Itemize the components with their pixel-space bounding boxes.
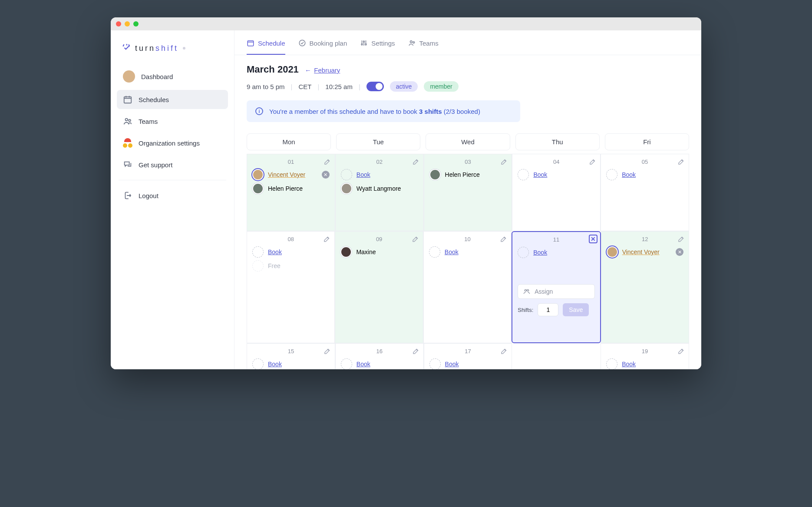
tab-booking-plan[interactable]: Booking plan (298, 39, 347, 55)
person-name[interactable]: Vincent Voyer (622, 249, 660, 255)
book-link[interactable]: Book (533, 171, 547, 178)
person-avatar (607, 246, 618, 258)
window-close-dot[interactable] (116, 21, 121, 27)
edit-icon[interactable] (500, 347, 508, 355)
sidebar-item-support[interactable]: Get support (117, 155, 228, 174)
date-number: 01 (247, 159, 335, 165)
tab-bar: Schedule Booking plan Settings Teams (234, 30, 701, 55)
edit-icon[interactable] (677, 347, 685, 355)
tab-teams[interactable]: Teams (408, 39, 439, 55)
sidebar-item-label: Get support (139, 161, 172, 169)
day-header-fri: Fri (605, 133, 689, 150)
date-number: 17 (424, 348, 512, 355)
calendar-cell[interactable]: 19 Book (601, 343, 689, 369)
svg-point-8 (527, 289, 529, 291)
date-number: 12 (601, 236, 689, 242)
edit-icon[interactable] (500, 158, 508, 166)
calendar-cell[interactable]: 03 Helen Pierce (424, 154, 512, 231)
close-icon[interactable]: ✕ (589, 235, 597, 243)
mac-titlebar (111, 17, 701, 30)
calendar-cell[interactable]: 15 Book Free (247, 343, 335, 369)
edit-icon[interactable] (589, 158, 597, 166)
book-link[interactable]: Book (356, 171, 370, 178)
book-link[interactable]: Book (445, 249, 459, 255)
edit-icon[interactable] (323, 347, 331, 355)
tab-label: Teams (419, 40, 439, 47)
assign-input[interactable]: Assign (518, 284, 594, 299)
calendar-cell[interactable]: 10 Book (423, 231, 512, 343)
sidebar-item-schedules[interactable]: Schedules (117, 90, 228, 109)
sidebar-item-org-settings[interactable]: Organization settings (117, 133, 228, 152)
edit-icon[interactable] (412, 347, 420, 355)
calendar-icon (123, 95, 132, 104)
calendar-cell[interactable]: 04 Book (512, 154, 601, 231)
brand-text: turnshift (135, 44, 178, 53)
book-link[interactable]: Book (622, 171, 636, 178)
book-link[interactable]: Book (445, 361, 459, 368)
edit-icon[interactable] (412, 235, 419, 243)
window-minimize-dot[interactable] (125, 21, 130, 27)
calendar-cell[interactable]: 02 Book Wyatt Langmore (335, 154, 424, 231)
shifts-input[interactable] (538, 303, 558, 316)
book-link[interactable]: Book (533, 249, 547, 256)
svg-point-6 (413, 42, 414, 43)
day-header-mon: Mon (247, 133, 331, 150)
save-button[interactable]: Save (563, 303, 589, 316)
date-number: 11 (512, 236, 600, 243)
remove-icon[interactable]: ✕ (676, 248, 683, 256)
tab-label: Schedule (258, 40, 285, 47)
date-number: 05 (601, 159, 689, 165)
edit-icon[interactable] (677, 158, 685, 166)
banner-text: You're a member of this schedule and hav… (269, 108, 480, 115)
window-zoom-dot[interactable] (133, 21, 139, 27)
status-badge-active: active (390, 81, 418, 92)
shifts-label: Shifts: (518, 307, 533, 313)
svg-point-5 (410, 41, 412, 43)
calendar-cell[interactable]: 12 Vincent Voyer ✕ (601, 231, 689, 343)
schedule-meta: 9 am to 5 pm | CET | 10:25 am | active m… (247, 81, 689, 92)
edit-icon[interactable] (323, 235, 331, 243)
calendar-cell[interactable]: 05 Book (601, 154, 689, 231)
book-link[interactable]: Book (356, 361, 370, 368)
clap-icon (121, 43, 132, 54)
edit-icon[interactable] (323, 158, 331, 166)
calendar-cell[interactable]: 16 Book (335, 343, 424, 369)
empty-slot-icon (252, 358, 264, 369)
empty-slot-icon (606, 358, 617, 369)
prev-month-link[interactable]: February (314, 66, 340, 74)
active-toggle[interactable] (366, 82, 384, 91)
tab-schedule[interactable]: Schedule (247, 39, 285, 55)
assign-placeholder: Assign (535, 288, 553, 295)
sidebar-item-logout[interactable]: Logout (117, 186, 228, 205)
edit-icon[interactable] (412, 158, 420, 166)
tab-settings[interactable]: Settings (360, 39, 395, 55)
info-icon: i (255, 107, 263, 115)
sidebar-item-teams[interactable]: Teams (117, 112, 228, 131)
calendar-cell[interactable]: 01 Vincent Voyer ✕ Helen Pierce (247, 154, 335, 231)
calendar-cell-selected[interactable]: 11 ✕ Book Assign (512, 231, 601, 343)
calendar-cell[interactable]: 09 Maxine (335, 231, 423, 343)
arrow-left-icon: ← (305, 66, 311, 74)
team-icon (408, 39, 416, 47)
date-number: 08 (247, 236, 334, 242)
remove-icon[interactable]: ✕ (322, 171, 330, 179)
person-name: Maxine (356, 249, 376, 255)
person-avatar (252, 169, 264, 180)
person-avatar (429, 169, 441, 180)
calendar-cell[interactable]: 17 Book (424, 343, 512, 369)
book-link[interactable]: Book (268, 249, 282, 255)
empty-slot-icon (429, 358, 441, 369)
sidebar-item-label: Teams (139, 118, 158, 125)
calendar-cell[interactable]: 08 Book Free (247, 231, 335, 343)
book-link[interactable]: Book (622, 361, 636, 368)
person-name[interactable]: Vincent Voyer (268, 171, 305, 178)
empty-slot-icon (341, 358, 352, 369)
info-banner: i You're a member of this schedule and h… (247, 100, 520, 122)
edit-icon[interactable] (500, 235, 508, 243)
edit-icon[interactable] (677, 235, 685, 243)
logout-icon (123, 191, 132, 200)
sidebar-item-dashboard[interactable]: Dashboard (117, 66, 228, 87)
hours-label: 9 am to 5 pm (247, 83, 285, 90)
sidebar-item-label: Organization settings (139, 139, 200, 147)
book-link[interactable]: Book (268, 361, 282, 368)
